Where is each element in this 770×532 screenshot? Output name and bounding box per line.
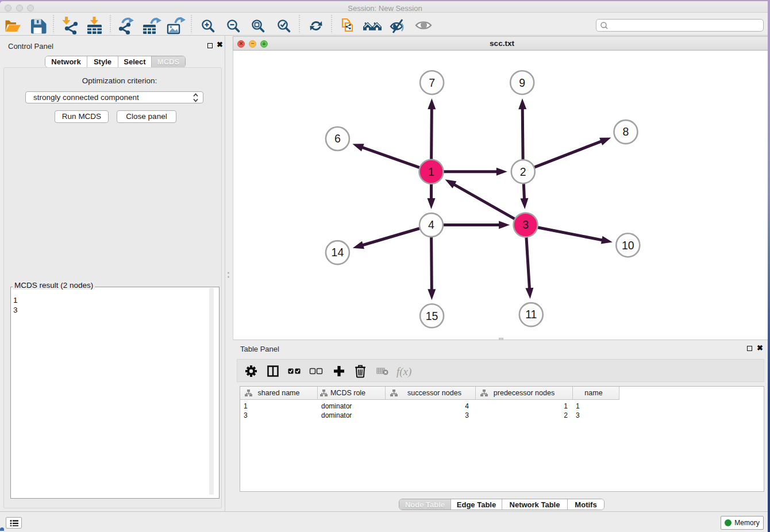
svg-text:6: 6: [334, 132, 341, 145]
svg-text:11: 11: [525, 308, 537, 321]
svg-text:2: 2: [520, 165, 526, 178]
svg-text:14: 14: [332, 246, 344, 259]
svg-text:9: 9: [519, 76, 525, 89]
svg-text:f(x): f(x): [396, 365, 411, 378]
svg-text:7: 7: [429, 76, 435, 89]
svg-text:8: 8: [623, 125, 629, 138]
svg-text:1: 1: [428, 165, 434, 178]
svg-text:3: 3: [522, 218, 529, 231]
svg-text:15: 15: [426, 310, 438, 322]
svg-text:10: 10: [622, 239, 634, 252]
svg-text:4: 4: [428, 218, 434, 231]
